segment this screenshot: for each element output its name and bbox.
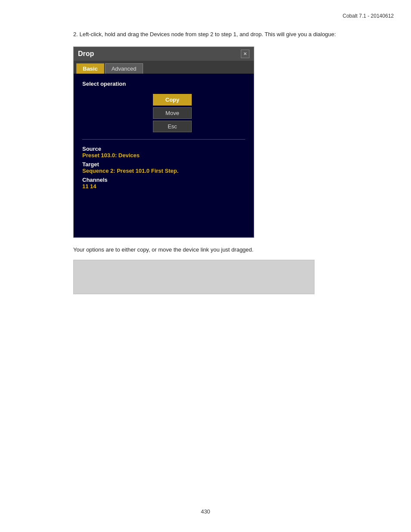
dialog-body: Select operation Copy Move Esc Source Pr… (74, 74, 254, 237)
channels-section: Channels 11 14 (82, 177, 245, 190)
intro-paragraph: 2. Left-click, hold and drag the Devices… (73, 30, 375, 39)
source-label: Source (82, 146, 245, 152)
close-button[interactable]: × (241, 50, 249, 58)
target-section: Target Sequence 2: Preset 101.0 First St… (82, 161, 245, 174)
dialog-tabs: Basic Advanced (74, 61, 254, 74)
tab-advanced[interactable]: Advanced (105, 63, 143, 74)
footer-text: Your options are to either copy, or move… (73, 246, 375, 253)
tab-basic[interactable]: Basic (76, 63, 104, 74)
page-number: 430 (201, 508, 210, 515)
version-label: Cobalt 7.1 - 20140612 (342, 13, 394, 19)
target-value: Sequence 2: Preset 101.0 First Step. (82, 168, 245, 174)
target-label: Target (82, 161, 245, 168)
move-button[interactable]: Move (153, 107, 192, 119)
select-operation-label: Select operation (82, 81, 245, 87)
divider (82, 139, 245, 140)
channels-value: 11 14 (82, 183, 245, 190)
source-section: Source Preset 103.0: Devices (82, 146, 245, 159)
esc-button[interactable]: Esc (153, 121, 192, 132)
dialog-titlebar: Drop × (74, 47, 254, 61)
channels-label: Channels (82, 177, 245, 183)
source-value: Preset 103.0: Devices (82, 152, 245, 159)
operation-buttons: Copy Move Esc (82, 94, 245, 132)
dialog-title: Drop (78, 50, 94, 58)
drop-dialog: Drop × Basic Advanced Select operation C… (73, 47, 254, 238)
copy-button[interactable]: Copy (153, 94, 192, 106)
gray-placeholder-box (73, 260, 314, 294)
